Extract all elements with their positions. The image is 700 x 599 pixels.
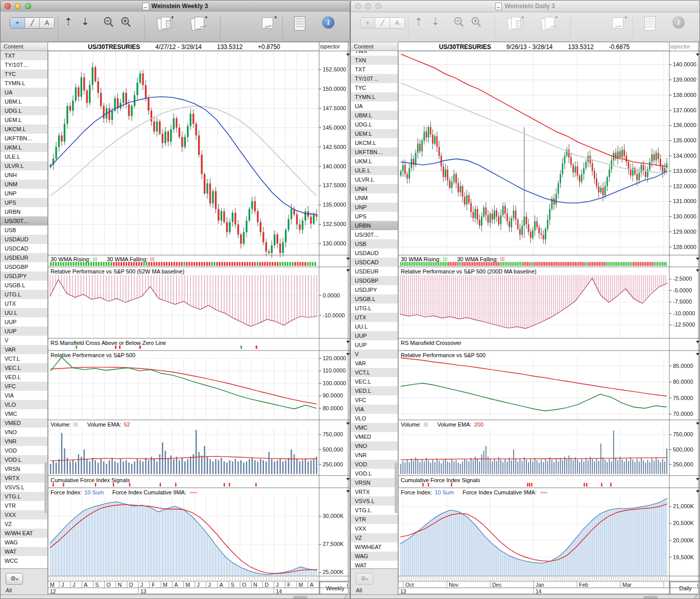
rp-plot[interactable] (399, 358, 670, 420)
svg-text:250,000: 250,000 (323, 461, 343, 467)
svg-text:20,500K: 20,500K (673, 520, 694, 526)
svg-text:100.0000: 100.0000 (323, 380, 346, 386)
rp-plot[interactable] (49, 358, 320, 420)
svg-text:-12.5000: -12.5000 (673, 321, 695, 328)
svg-text:80.0000: 80.0000 (673, 379, 693, 385)
svg-text:A: A (174, 582, 178, 588)
svg-text:70.0000: 70.0000 (673, 411, 693, 417)
svg-text:132.0000: 132.0000 (673, 183, 696, 189)
svg-text:139.0000: 139.0000 (673, 77, 696, 83)
svg-text:750,000: 750,000 (673, 431, 693, 437)
svg-text:137.0000: 137.0000 (673, 107, 696, 113)
svg-text:85.0000: 85.0000 (673, 363, 693, 369)
svg-text:25,000K: 25,000K (323, 569, 344, 575)
svg-text:-7.5000: -7.5000 (673, 298, 692, 305)
svg-text:J: J (140, 582, 143, 588)
svg-text:-10.0000: -10.0000 (323, 312, 345, 318)
svg-text:147.5000: 147.5000 (323, 105, 346, 111)
svg-text:132.5000: 132.5000 (323, 221, 346, 227)
svg-text:M: M (50, 582, 55, 588)
svg-text:A: A (220, 582, 223, 588)
force-index-plot[interactable] (49, 496, 320, 576)
svg-text:133.0000: 133.0000 (673, 168, 696, 174)
svg-text:F: F (287, 582, 291, 588)
svg-text:500,000: 500,000 (323, 446, 343, 453)
svg-text:M: M (299, 582, 303, 588)
svg-text:J: J (197, 582, 200, 588)
svg-text:O: O (107, 582, 111, 588)
svg-text:130.0000: 130.0000 (323, 240, 346, 246)
svg-text:27,500K: 27,500K (323, 541, 344, 547)
volume-plot[interactable] (399, 428, 670, 476)
svg-text:142.5000: 142.5000 (323, 144, 346, 150)
svg-text:80.0000: 80.0000 (323, 405, 343, 411)
svg-text:110.0000: 110.0000 (323, 367, 346, 373)
svg-text:J: J (208, 582, 211, 588)
svg-text:Feb: Feb (579, 582, 588, 588)
svg-text:120.0000: 120.0000 (323, 355, 346, 361)
svg-text:J: J (61, 582, 64, 588)
svg-text:135.0000: 135.0000 (323, 202, 346, 208)
svg-text:750,000: 750,000 (323, 431, 343, 437)
svg-text:14: 14 (536, 588, 542, 594)
svg-text:20,000K: 20,000K (673, 537, 694, 543)
svg-text:75.0000: 75.0000 (673, 395, 693, 401)
svg-text:J: J (73, 582, 75, 588)
svg-text:138.0000: 138.0000 (673, 92, 696, 98)
svg-text:152.5000: 152.5000 (323, 66, 346, 72)
svg-text:F: F (152, 582, 155, 588)
svg-text:134.0000: 134.0000 (673, 153, 696, 159)
svg-text:O: O (242, 582, 246, 588)
svg-text:137.5000: 137.5000 (323, 182, 346, 188)
svg-text:S: S (231, 582, 234, 588)
svg-text:A: A (310, 582, 313, 588)
window-weinstein-daily: Weinstein Daily 3 + ╱ A Tool Mode ⇡ Prev… (350, 0, 700, 599)
svg-text:12: 12 (50, 588, 56, 594)
svg-text:N: N (118, 582, 122, 588)
svg-text:145.0000: 145.0000 (323, 124, 346, 131)
svg-text:131.0000: 131.0000 (673, 198, 696, 204)
rp-baseline-plot[interactable] (399, 275, 670, 338)
svg-text:Nov: Nov (449, 582, 458, 588)
svg-text:0.0000: 0.0000 (323, 292, 340, 298)
svg-text:Dec: Dec (492, 582, 502, 588)
svg-text:14: 14 (276, 588, 282, 594)
svg-text:S: S (95, 582, 99, 588)
svg-text:500,000: 500,000 (673, 446, 693, 453)
desktop: 152.5000150.0000147.5000145.0000142.5000… (0, 0, 700, 599)
main-chart-plot[interactable] (49, 52, 320, 255)
svg-text:13: 13 (400, 588, 406, 594)
svg-text:-10.0000: -10.0000 (673, 310, 695, 316)
svg-text:128.0000: 128.0000 (673, 244, 696, 250)
svg-text:90.0000: 90.0000 (323, 392, 343, 398)
svg-text:21,000K: 21,000K (673, 503, 694, 509)
svg-text:Jan: Jan (536, 582, 544, 588)
volume-plot[interactable] (49, 428, 320, 476)
svg-text:M: M (186, 582, 190, 588)
svg-text:140.0000: 140.0000 (673, 61, 696, 67)
svg-text:19,500K: 19,500K (673, 554, 694, 560)
svg-text:D: D (129, 582, 133, 588)
svg-text:129.0000: 129.0000 (673, 229, 696, 235)
svg-text:M: M (163, 582, 167, 588)
svg-text:150.0000: 150.0000 (323, 86, 346, 92)
svg-text:J: J (276, 582, 279, 588)
svg-text:136.0000: 136.0000 (673, 122, 696, 128)
svg-text:Oct: Oct (405, 582, 414, 588)
main-chart-plot[interactable] (399, 52, 670, 255)
svg-text:Mar: Mar (622, 582, 632, 588)
svg-text:-2.5000: -2.5000 (673, 276, 692, 282)
svg-text:D: D (264, 582, 269, 588)
svg-text:135.0000: 135.0000 (673, 137, 696, 143)
rp-baseline-plot[interactable] (49, 275, 320, 338)
force-index-plot[interactable] (399, 496, 670, 576)
svg-text:30,000K: 30,000K (323, 513, 344, 519)
svg-text:140.0000: 140.0000 (323, 163, 346, 169)
svg-text:250,000: 250,000 (673, 461, 693, 467)
svg-text:-5.0000: -5.0000 (673, 287, 692, 293)
svg-text:A: A (84, 582, 87, 588)
window-weinstein-weekly: Weinstein Weekly 3 + ╱ A Tool Mode ⇡ Pre… (0, 0, 350, 599)
svg-text:130.0000: 130.0000 (673, 213, 696, 219)
svg-text:13: 13 (140, 588, 147, 594)
svg-text:N: N (253, 582, 257, 588)
